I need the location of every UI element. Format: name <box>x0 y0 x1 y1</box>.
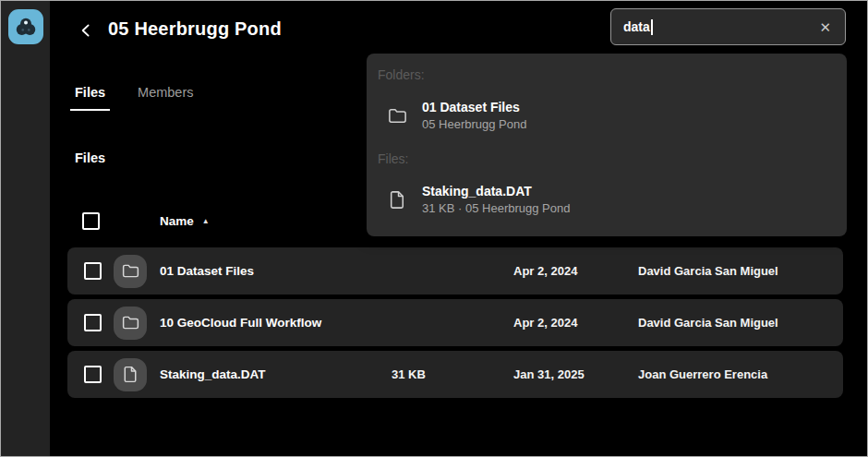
files-section-heading: Files <box>75 150 105 165</box>
result-name: 01 Dataset Files <box>422 100 526 114</box>
chevron-left-icon <box>78 22 94 39</box>
name-column-label: Name <box>160 214 194 228</box>
column-header-name[interactable]: Name ▲ <box>160 214 392 228</box>
select-all-checkbox[interactable] <box>82 212 100 230</box>
file-icon <box>121 365 140 384</box>
row-name: 10 GeoCloud Full Workflow <box>160 316 392 330</box>
row-owner: Joan Guerrero Erencia <box>638 367 843 381</box>
file-icon <box>387 189 408 210</box>
folder-icon <box>387 105 408 126</box>
close-icon[interactable]: ✕ <box>817 18 833 36</box>
result-subtitle: 31 KB · 05 Heerbrugg Pond <box>422 201 570 215</box>
table-row[interactable]: 01 Dataset Files Apr 2, 2024 David Garci… <box>67 247 843 295</box>
row-date: Apr 2, 2024 <box>513 316 638 330</box>
page-title: 05 Heerbrugg Pond <box>108 18 282 40</box>
folders-group-label: Folders: <box>378 67 847 82</box>
row-icon-chip <box>114 307 147 340</box>
row-date: Apr 2, 2024 <box>513 264 638 278</box>
row-checkbox[interactable] <box>84 366 102 383</box>
sort-ascending-icon: ▲ <box>202 217 210 225</box>
table-row[interactable]: Staking_data.DAT 31 KB Jan 31, 2025 Joan… <box>67 351 843 398</box>
result-name: Staking_data.DAT <box>422 184 570 198</box>
row-checkbox[interactable] <box>84 262 102 280</box>
back-button[interactable] <box>75 19 97 42</box>
app-window: 05 Heerbrugg Pond data ✕ Files Members F… <box>0 0 868 457</box>
row-date: Jan 31, 2025 <box>513 367 638 381</box>
search-input[interactable]: data ✕ <box>610 8 846 45</box>
tab-files[interactable]: Files <box>70 85 110 111</box>
files-group-label: Files: <box>378 151 847 166</box>
search-query-text: data <box>623 19 650 34</box>
result-subtitle: 05 Heerbrugg Pond <box>422 117 526 131</box>
search-result-folder[interactable]: 01 Dataset Files 05 Heerbrugg Pond <box>387 100 847 131</box>
row-icon-chip <box>114 255 147 288</box>
folder-icon <box>121 313 140 332</box>
search-result-file[interactable]: Staking_data.DAT 31 KB · 05 Heerbrugg Po… <box>387 184 847 215</box>
tab-members[interactable]: Members <box>138 85 193 111</box>
app-logo[interactable] <box>8 9 43 44</box>
row-size: 31 KB <box>392 367 513 381</box>
row-owner: David Garcia San Miguel <box>638 316 843 330</box>
row-owner: David Garcia San Miguel <box>638 264 843 278</box>
row-icon-chip <box>114 358 147 391</box>
result-texts: 01 Dataset Files 05 Heerbrugg Pond <box>422 100 526 131</box>
sidebar <box>1 1 50 456</box>
row-name: Staking_data.DAT <box>160 367 392 381</box>
geocloud-logo-icon <box>13 14 39 40</box>
table-row[interactable]: 10 GeoCloud Full Workflow Apr 2, 2024 Da… <box>67 299 843 346</box>
result-texts: Staking_data.DAT 31 KB · 05 Heerbrugg Po… <box>422 184 570 215</box>
row-checkbox[interactable] <box>84 314 102 331</box>
text-caret <box>651 19 653 35</box>
search-results-dropdown: Folders: 01 Dataset Files 05 Heerbrugg P… <box>367 54 847 236</box>
row-name: 01 Dataset Files <box>160 264 392 278</box>
tab-bar: Files Members <box>75 85 193 111</box>
folder-icon <box>121 261 140 281</box>
